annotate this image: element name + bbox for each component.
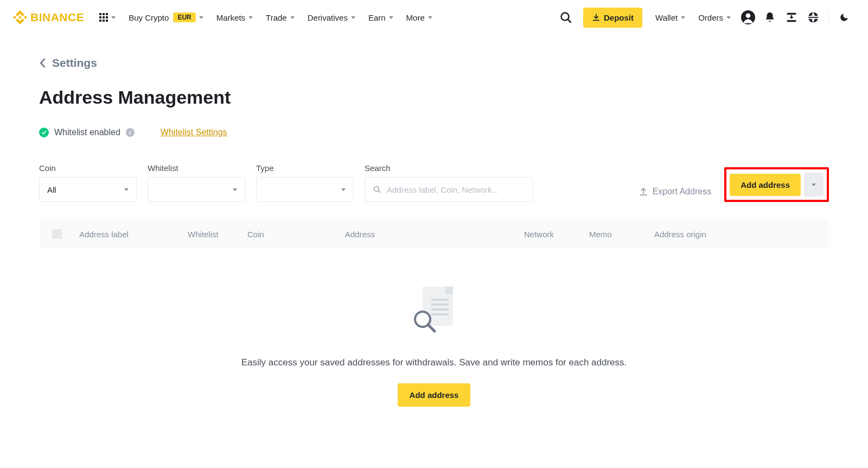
whitelist-settings-link[interactable]: Whitelist Settings (161, 128, 227, 137)
breadcrumb-label: Settings (52, 56, 97, 69)
brand-logo[interactable]: BINANCE (13, 10, 84, 24)
svg-rect-4 (787, 13, 796, 15)
chevron-down-icon (233, 188, 237, 191)
export-label: Export Address (653, 187, 712, 197)
globe-icon (807, 11, 819, 23)
grid-icon (99, 13, 108, 22)
deposit-label: Deposit (604, 13, 634, 22)
info-icon[interactable]: i (126, 128, 135, 137)
chevron-down-icon (199, 16, 203, 19)
header-search[interactable] (555, 7, 577, 28)
type-select[interactable] (256, 177, 354, 202)
nav-label: Wallet (655, 13, 678, 22)
filter-bar: Coin All Whitelist Type Search (39, 163, 829, 202)
whitelist-select[interactable] (148, 177, 245, 202)
nav-orders[interactable]: Orders (692, 0, 737, 35)
nav-derivatives[interactable]: Derivatives (301, 0, 362, 35)
main-content: Settings Address Management Whitelist en… (0, 35, 868, 450)
chevron-down-icon (124, 188, 129, 191)
nav-label: Buy Crypto (129, 13, 169, 22)
notifications[interactable] (759, 7, 781, 28)
divider (828, 12, 829, 22)
svg-line-8 (378, 191, 380, 192)
col-network: Network (524, 230, 589, 239)
empty-state: Easily access your saved addresses for w… (39, 249, 829, 428)
chevron-down-icon (351, 16, 355, 19)
nav-label: Earn (368, 13, 386, 22)
filter-search: Search (365, 163, 533, 202)
col-address-label: Address label (79, 230, 188, 239)
export-address-button[interactable]: Export Address (636, 181, 714, 202)
filter-type: Type (256, 163, 354, 202)
breadcrumb-back[interactable]: Settings (39, 56, 829, 69)
nav-label: Orders (698, 13, 723, 22)
empty-state-icon (410, 287, 458, 341)
svg-line-1 (568, 20, 571, 22)
add-address-button[interactable]: Add address (730, 174, 801, 196)
nav-label: Trade (266, 13, 287, 22)
nav-more[interactable]: More (400, 0, 439, 35)
search-box[interactable] (365, 177, 533, 202)
chevron-down-icon (111, 16, 116, 19)
table-header: Address label Whitelist Coin Address Net… (39, 219, 829, 249)
filter-label: Whitelist (148, 163, 245, 173)
nav-label: Markets (216, 13, 245, 22)
chevron-down-icon (341, 188, 346, 191)
whitelist-status-row: Whitelist enabled i Whitelist Settings (39, 128, 829, 137)
download-icon (592, 13, 601, 22)
magnify-icon (411, 308, 438, 336)
col-address: Address (345, 230, 524, 239)
svg-line-10 (428, 325, 435, 331)
chevron-down-icon (428, 16, 432, 19)
empty-add-address-button[interactable]: Add address (398, 383, 471, 407)
nav-label: Derivatives (308, 13, 348, 22)
user-icon (741, 10, 755, 24)
bell-icon (764, 11, 776, 23)
chevron-left-icon (39, 58, 46, 68)
currency-badge: EUR (173, 12, 195, 22)
col-origin: Address origin (654, 230, 816, 239)
filter-whitelist: Whitelist (148, 163, 245, 202)
theme-toggle[interactable] (833, 7, 855, 28)
moon-icon (839, 12, 849, 22)
svg-rect-6 (808, 17, 818, 18)
col-memo: Memo (589, 230, 654, 239)
chevron-down-icon (290, 16, 295, 19)
downloads-menu[interactable] (781, 7, 802, 28)
search-icon (373, 185, 381, 194)
deposit-button[interactable]: Deposit (583, 8, 642, 28)
nav-earn[interactable]: Earn (362, 0, 400, 35)
nav-trade[interactable]: Trade (259, 0, 301, 35)
account-menu[interactable] (737, 7, 759, 28)
svg-rect-5 (787, 20, 796, 22)
chevron-down-icon (726, 16, 731, 19)
select-value: All (47, 185, 56, 194)
nav-buy-crypto[interactable]: Buy Crypto EUR (122, 0, 210, 35)
coin-select[interactable]: All (39, 177, 137, 202)
language-menu[interactable] (802, 7, 824, 28)
check-icon (39, 128, 49, 137)
add-address-highlight: Add address (724, 167, 829, 202)
whitelist-status-text: Whitelist enabled (54, 128, 120, 137)
nav-wallet[interactable]: Wallet (649, 0, 692, 35)
search-icon (559, 11, 572, 24)
select-all-checkbox[interactable] (52, 229, 62, 239)
chevron-down-icon (248, 16, 253, 19)
svg-point-3 (746, 13, 751, 18)
col-whitelist: Whitelist (188, 230, 247, 239)
nav-label: More (406, 13, 425, 22)
filter-label: Coin (39, 163, 137, 173)
col-coin: Coin (247, 230, 345, 239)
download-square-icon (786, 12, 797, 23)
filter-label: Type (256, 163, 354, 173)
add-address-dropdown[interactable] (804, 173, 824, 197)
chevron-down-icon (389, 16, 393, 19)
upload-icon (639, 187, 648, 197)
filter-label: Search (365, 163, 533, 173)
binance-icon (13, 10, 27, 24)
app-switcher[interactable] (93, 0, 122, 35)
search-input[interactable] (387, 185, 525, 194)
chevron-down-icon (681, 16, 685, 19)
top-nav: BINANCE Buy Crypto EUR Markets Trade Der… (0, 0, 868, 35)
nav-markets[interactable]: Markets (210, 0, 259, 35)
